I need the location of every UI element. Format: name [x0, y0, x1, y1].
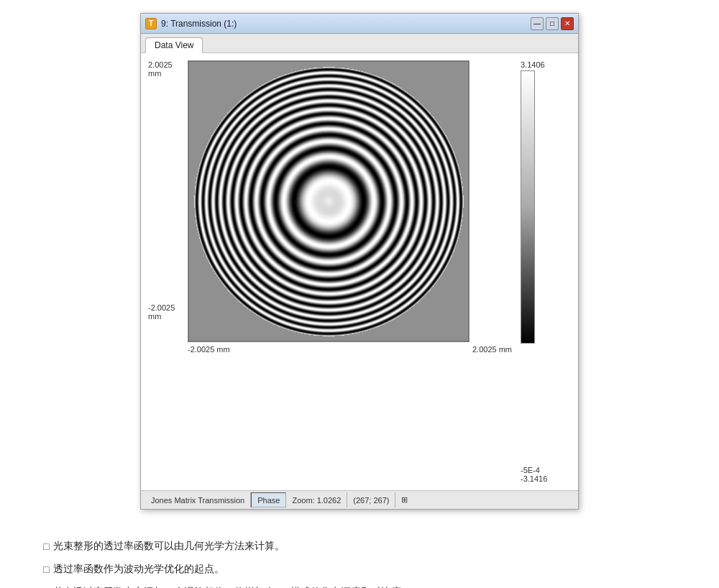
- status-zoom: Zoom: 1.0262: [286, 492, 347, 507]
- bullet-1: □ 光束整形的透过率函数可以由几何光学方法来计算。: [43, 537, 676, 556]
- y-axis: 2.0025 mm -2.0025 mm: [148, 60, 188, 342]
- cb-bottom: -3.1416: [521, 474, 571, 483]
- title-bar-left: T 9: Transmission (1:): [145, 18, 237, 29]
- chart-inner: 2.0025 mm -2.0025 mm 3.1406: [148, 60, 512, 342]
- cb-body: [521, 70, 571, 344]
- bullet-3: □ 若在透过率函数中心添加一个涡旋相位，将增加donut模式的焦点深度和对比度。: [43, 583, 676, 588]
- bullet-1-text: 光束整形的透过率函数可以由几何光学方法来计算。: [53, 537, 285, 555]
- title-buttons: — □ ✕: [531, 17, 574, 30]
- cb-mid-label: -5E-4: [521, 466, 571, 474]
- minimize-button[interactable]: —: [531, 17, 544, 30]
- window-title: 9: Transmission (1:): [161, 19, 237, 29]
- x-label-left: -2.0025 mm: [188, 345, 230, 354]
- title-bar: T 9: Transmission (1:) — □ ✕: [141, 14, 578, 34]
- app-icon: T: [145, 18, 157, 29]
- page-content: □ 光束整形的透过率函数可以由几何光学方法来计算。 □ 透过率函数作为波动光学优…: [0, 523, 719, 588]
- x-axis: -2.0025 mm 2.0025 mm: [148, 342, 512, 354]
- colorbar-container: 3.1406 -5E-4 -3.1416: [521, 60, 571, 483]
- status-label: Jones Matrix Transmission: [145, 492, 251, 507]
- status-coords: (267; 267): [347, 492, 395, 507]
- main-window: T 9: Transmission (1:) — □ ✕ Data View 2…: [140, 13, 579, 510]
- phase-canvas: [188, 60, 470, 342]
- status-icon[interactable]: ⊞: [395, 492, 413, 507]
- y-label-bottom: -2.0025 mm: [148, 303, 185, 321]
- maximize-button[interactable]: □: [546, 17, 559, 30]
- close-button[interactable]: ✕: [561, 17, 574, 30]
- colorbar-gradient: [521, 70, 535, 344]
- cb-top: 3.1406: [521, 60, 571, 69]
- tab-bar: Data View: [141, 34, 578, 53]
- content-area: 2.0025 mm -2.0025 mm 3.1406: [141, 53, 578, 490]
- chart-wrapper: 2.0025 mm -2.0025 mm 3.1406: [148, 60, 512, 483]
- bullet-3-text: 若在透过率函数中心添加一个涡旋相位，将增加donut模式的焦点深度和对比度。: [53, 583, 411, 588]
- bullet-2: □ 透过率函数作为波动光学优化的起点。: [43, 560, 676, 579]
- plot-container: [188, 60, 512, 342]
- status-phase: Phase: [251, 492, 286, 507]
- status-bar: Jones Matrix Transmission Phase Zoom: 1.…: [141, 490, 578, 509]
- x-label-right: 2.0025 mm: [472, 345, 512, 354]
- tab-data-view[interactable]: Data View: [145, 37, 203, 53]
- bullet-2-text: 透过率函数作为波动光学优化的起点。: [53, 560, 224, 578]
- y-label-top: 2.0025 mm: [148, 60, 185, 78]
